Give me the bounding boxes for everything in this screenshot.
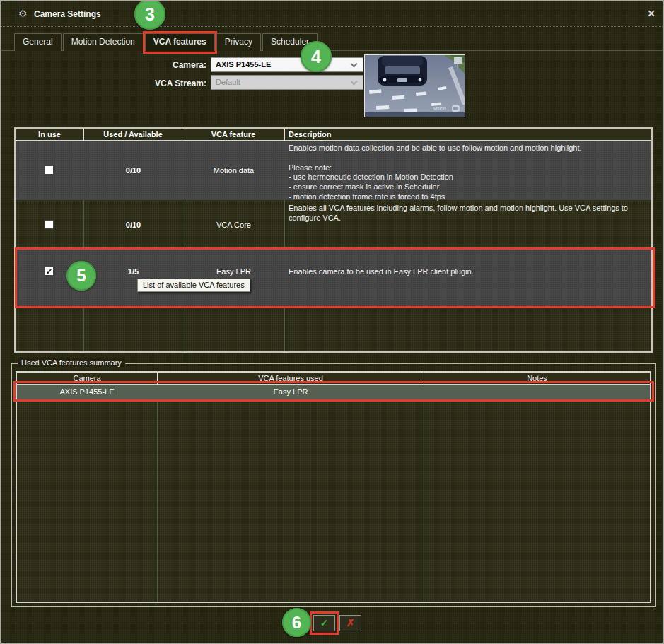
feature-cell: Motion data bbox=[182, 166, 285, 175]
tab-vca-features[interactable]: VCA features bbox=[145, 33, 215, 51]
header-camera: Camera bbox=[17, 374, 157, 382]
ok-button[interactable]: ✓ bbox=[313, 615, 335, 631]
used-available-cell: 0/10 bbox=[84, 166, 182, 175]
camera-select-value: AXIS P1455-LE bbox=[216, 60, 271, 69]
vca-row-easy-lpr[interactable]: ✓ 1/5 Easy LPR Enables camera to be used… bbox=[16, 250, 651, 307]
summary-table-header: Camera VCA features used Notes bbox=[17, 373, 650, 385]
camera-label: Camera: bbox=[127, 60, 206, 70]
gear-icon: ⚙ bbox=[18, 8, 28, 19]
summary-row[interactable]: AXIS P1455-LE Easy LPR bbox=[17, 385, 650, 399]
used-available-cell: 0/10 bbox=[84, 221, 182, 229]
camera-preview: vision bbox=[364, 54, 465, 117]
annotation-circle-6: 6 bbox=[282, 608, 311, 637]
in-use-checkbox[interactable]: ✓ bbox=[45, 267, 54, 276]
car-shape bbox=[378, 56, 427, 86]
tab-vca-features-label: VCA features bbox=[153, 37, 206, 47]
summary-legend: Used VCA features summary bbox=[18, 358, 125, 367]
summary-features-cell: Easy LPR bbox=[158, 387, 424, 396]
feature-cell: VCA Core bbox=[182, 221, 285, 229]
header-in-use: In use bbox=[16, 130, 83, 139]
tab-motion-detection-label: Motion Detection bbox=[71, 37, 135, 47]
tab-scheduler-label: Scheduler bbox=[271, 37, 309, 47]
feature-cell: Easy LPR bbox=[182, 267, 285, 276]
chevron-down-icon bbox=[351, 78, 358, 86]
vca-stream-select-value: Default bbox=[216, 78, 240, 86]
vca-features-table: In use Used / Available VCA feature Desc… bbox=[14, 127, 653, 353]
preview-watermark: vision bbox=[433, 106, 446, 111]
cancel-button[interactable]: ✗ bbox=[339, 615, 361, 631]
tab-privacy-label: Privacy bbox=[225, 37, 252, 47]
tab-general[interactable]: General bbox=[14, 33, 62, 51]
vca-row-motion-data[interactable]: 0/10 Motion data Enables motion data col… bbox=[16, 141, 651, 200]
tab-privacy[interactable]: Privacy bbox=[216, 33, 261, 51]
vca-stream-select: Default bbox=[211, 75, 363, 90]
header-used-available: Used / Available bbox=[84, 130, 182, 139]
column-separator bbox=[157, 385, 158, 602]
tab-general-label: General bbox=[23, 37, 53, 47]
titlebar: ⚙ Camera Settings ✕ bbox=[1, 1, 663, 27]
tooltip: List of available VCA features bbox=[137, 279, 250, 292]
summary-table: Camera VCA features used Notes AXIS P145… bbox=[16, 371, 651, 603]
summary-groupbox: Used VCA features summary Camera VCA fea… bbox=[11, 363, 656, 607]
header-vca-feature: VCA feature bbox=[182, 130, 284, 139]
vca-stream-label: VCA Stream: bbox=[127, 78, 206, 88]
in-use-checkbox[interactable] bbox=[45, 220, 54, 229]
summary-camera-cell: AXIS P1455-LE bbox=[17, 387, 157, 396]
vca-table-header: In use Used / Available VCA feature Desc… bbox=[16, 129, 651, 141]
description-cell: Enables camera to be used in Easy LPR cl… bbox=[289, 267, 646, 277]
tab-motion-detection[interactable]: Motion Detection bbox=[63, 33, 144, 51]
in-use-checkbox[interactable] bbox=[45, 165, 54, 175]
close-icon[interactable]: ✕ bbox=[647, 8, 656, 19]
camera-preview-image: vision bbox=[365, 55, 465, 117]
header-description: Description bbox=[289, 130, 642, 139]
tab-bar: General Motion Detection VCA features Pr… bbox=[14, 33, 319, 51]
description-cell: Enables all VCA features including alarm… bbox=[289, 204, 646, 223]
vca-row-vca-core[interactable]: 0/10 VCA Core Enables all VCA features i… bbox=[16, 201, 651, 249]
column-separator bbox=[424, 385, 424, 602]
window-title: Camera Settings bbox=[34, 9, 101, 19]
camera-settings-window: ⚙ Camera Settings ✕ General Motion Detec… bbox=[0, 0, 664, 644]
description-cell: Enables motion data collection and be ab… bbox=[289, 144, 646, 202]
chevron-down-icon bbox=[351, 61, 358, 68]
header-notes: Notes bbox=[424, 374, 650, 382]
header-vca-features-used: VCA features used bbox=[158, 374, 424, 382]
used-available-cell: 1/5 bbox=[84, 267, 182, 276]
tab-scheduler[interactable]: Scheduler bbox=[262, 33, 318, 51]
camera-select[interactable]: AXIS P1455-LE bbox=[211, 57, 363, 72]
